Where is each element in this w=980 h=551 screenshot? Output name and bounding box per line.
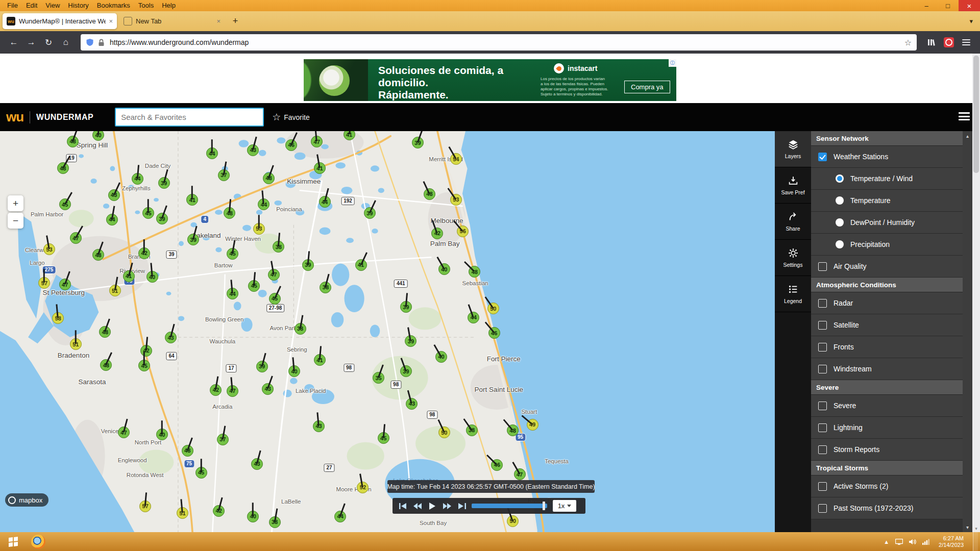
adchoices-icon[interactable]: ⓘ bbox=[669, 59, 676, 67]
weather-station[interactable]: 49 bbox=[527, 419, 538, 431]
weather-station[interactable]: 41 bbox=[355, 259, 367, 271]
weather-station[interactable]: 44 bbox=[319, 196, 331, 208]
weather-station[interactable]: 45 bbox=[378, 432, 389, 444]
weather-station[interactable]: 38 bbox=[269, 516, 281, 528]
weather-station[interactable]: 42 bbox=[140, 345, 152, 357]
radio-temperature-wind[interactable] bbox=[836, 174, 844, 183]
checkbox-active-storms-2[interactable] bbox=[818, 482, 827, 491]
new-tab-button[interactable]: + bbox=[228, 14, 243, 29]
skip-to-end-button[interactable] bbox=[457, 502, 467, 511]
menu-tools[interactable]: Tools bbox=[134, 0, 158, 11]
toolstrip-save-pref[interactable]: Save Pref bbox=[775, 167, 811, 204]
home-button[interactable]: ⌂ bbox=[57, 34, 75, 51]
zoom-out-button[interactable]: − bbox=[8, 213, 23, 229]
zoom-in-button[interactable]: + bbox=[8, 195, 23, 211]
weather-station[interactable]: 40 bbox=[288, 365, 300, 377]
weather-station[interactable]: 37 bbox=[218, 169, 230, 181]
menu-view[interactable]: View bbox=[41, 0, 64, 11]
weather-station[interactable]: 47 bbox=[59, 279, 71, 290]
network-icon[interactable] bbox=[922, 539, 929, 545]
layer-row-severe[interactable]: Severe bbox=[811, 395, 963, 417]
display-icon[interactable] bbox=[895, 539, 903, 545]
weather-station[interactable]: 39 bbox=[400, 365, 412, 377]
weather-station[interactable]: 39 bbox=[256, 361, 268, 372]
weather-station[interactable]: 47 bbox=[227, 385, 238, 397]
weather-station[interactable]: 44 bbox=[132, 173, 143, 185]
weather-station[interactable]: 44 bbox=[468, 312, 479, 323]
skip-to-start-button[interactable] bbox=[398, 502, 408, 511]
layer-row-past-storms-1972-2023[interactable]: Past Storms (1972-2023) bbox=[811, 497, 963, 519]
menu-history[interactable]: History bbox=[64, 0, 92, 11]
weather-station[interactable]: 46 bbox=[488, 327, 500, 339]
bookmark-star-icon[interactable]: ☆ bbox=[904, 38, 912, 47]
weather-station[interactable]: 43 bbox=[251, 458, 263, 470]
volume-icon[interactable] bbox=[909, 539, 916, 545]
header-menu-icon[interactable] bbox=[959, 112, 970, 120]
toolstrip-legend[interactable]: Legend bbox=[775, 276, 811, 312]
playback-speed-select[interactable]: 1x bbox=[553, 500, 576, 512]
weather-station[interactable]: 40 bbox=[146, 271, 158, 283]
maximize-button[interactable]: □ bbox=[937, 0, 959, 11]
taskbar-clock[interactable]: 6:27 AM 2/14/2023 bbox=[936, 535, 967, 548]
weather-station[interactable]: 38 bbox=[466, 424, 478, 436]
checkbox-lightning[interactable] bbox=[818, 423, 827, 432]
layer-row-temperature[interactable]: Temperature bbox=[811, 190, 963, 212]
url-input[interactable] bbox=[109, 38, 900, 47]
weather-station[interactable]: 45 bbox=[248, 280, 260, 292]
timeline-slider[interactable] bbox=[472, 504, 547, 508]
scroll-down-icon[interactable]: ▾ bbox=[963, 522, 972, 532]
weather-station[interactable]: 45 bbox=[269, 293, 281, 305]
weather-station[interactable]: 44 bbox=[206, 147, 218, 159]
weather-station[interactable]: 39 bbox=[412, 137, 424, 148]
forward-button[interactable]: → bbox=[22, 34, 40, 51]
weather-station[interactable]: 53 bbox=[43, 243, 55, 255]
weather-station[interactable]: 54 bbox=[450, 153, 462, 165]
minimize-button[interactable]: – bbox=[916, 0, 937, 11]
weather-station[interactable]: 48 bbox=[424, 188, 435, 200]
layer-row-active-storms-2[interactable]: Active Storms (2) bbox=[811, 475, 963, 497]
weather-station[interactable]: 50 bbox=[438, 427, 450, 438]
layer-row-dewpoint-humidity[interactable]: DewPoint / Humidity bbox=[811, 212, 963, 234]
weather-station[interactable]: 48 bbox=[92, 249, 104, 261]
checkbox-fronts[interactable] bbox=[818, 343, 827, 352]
weather-station[interactable]: 39 bbox=[400, 301, 412, 313]
toolstrip-settings[interactable]: Settings bbox=[775, 240, 811, 276]
weather-station[interactable]: 40 bbox=[435, 351, 447, 363]
map-region[interactable]: Spring HillDade CityZephyrhillsKissimmee… bbox=[0, 131, 980, 532]
layer-row-air-quality[interactable]: Air Quality bbox=[811, 256, 963, 278]
library-icon[interactable] bbox=[923, 34, 940, 51]
layer-row-fronts[interactable]: Fronts bbox=[811, 336, 963, 358]
weather-station[interactable]: 42 bbox=[431, 228, 443, 239]
weather-station[interactable]: 40 bbox=[247, 511, 259, 522]
weather-station[interactable]: 45 bbox=[195, 467, 207, 479]
weather-station[interactable]: 50 bbox=[507, 515, 519, 527]
weather-station[interactable]: 45 bbox=[227, 248, 238, 260]
weather-station[interactable]: 47 bbox=[70, 232, 82, 244]
ad-banner[interactable]: Soluciones de comida, a domicilio. Rápid… bbox=[304, 59, 676, 101]
layer-row-temperature-wind[interactable]: Temperature / Wind bbox=[811, 168, 963, 190]
layer-row-radar[interactable]: Radar bbox=[811, 292, 963, 314]
weather-station[interactable]: 47 bbox=[268, 269, 280, 281]
weather-station[interactable]: 50 bbox=[487, 303, 499, 314]
checkbox-past-storms-1972-2023[interactable] bbox=[818, 504, 827, 513]
weather-station[interactable]: 57 bbox=[139, 500, 151, 512]
toolstrip-share[interactable]: Share bbox=[775, 204, 811, 240]
wu-logo[interactable]: wu WUNDERMAP bbox=[6, 109, 93, 125]
weather-station[interactable]: 43 bbox=[313, 420, 325, 432]
play-button[interactable] bbox=[427, 502, 437, 511]
weather-station[interactable]: 39 bbox=[158, 177, 170, 189]
tab-close-icon[interactable]: × bbox=[216, 17, 220, 25]
weather-station[interactable]: 51 bbox=[109, 285, 121, 296]
checkbox-radar[interactable] bbox=[818, 299, 827, 308]
menu-help[interactable]: Help bbox=[158, 0, 180, 11]
weather-station[interactable]: 44 bbox=[106, 214, 118, 226]
layer-row-satellite[interactable]: Satellite bbox=[811, 314, 963, 336]
adblock-extension-icon[interactable] bbox=[940, 34, 958, 51]
browser-scrollbar[interactable]: ▾ bbox=[972, 54, 980, 532]
ad-cta-button[interactable]: Compra ya bbox=[624, 81, 670, 93]
menu-file[interactable]: File bbox=[3, 0, 22, 11]
mapbox-attribution[interactable]: mapbox bbox=[5, 493, 48, 507]
tab-close-icon[interactable]: × bbox=[109, 17, 113, 25]
favorite-star-icon[interactable]: ☆ bbox=[272, 111, 281, 123]
weather-station[interactable]: 39 bbox=[156, 213, 168, 224]
